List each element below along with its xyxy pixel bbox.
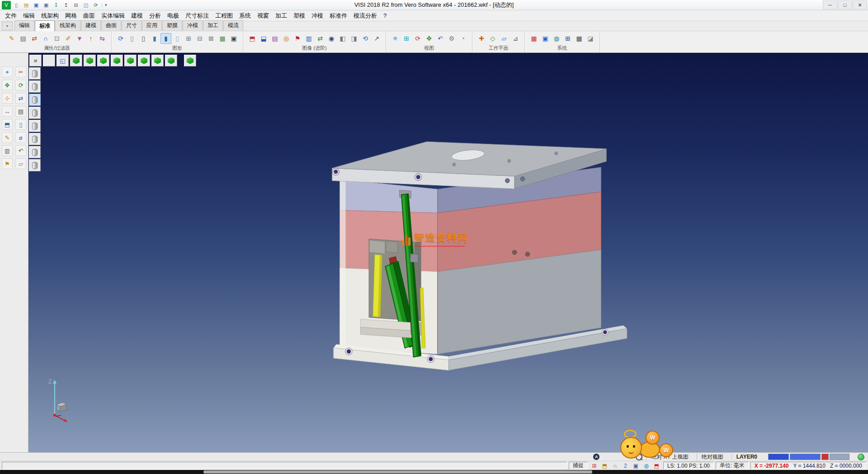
color-palette-icon[interactable]: ▦ — [528, 33, 539, 44]
snap-magnet-icon[interactable]: ∩ — [610, 461, 620, 470]
selection-grid-icon[interactable]: ⊞ — [562, 33, 573, 44]
toolbar-tab[interactable]: 加工 — [203, 20, 223, 31]
system-monitor-icon[interactable]: ▣ — [540, 33, 551, 44]
view-style-hidden-line[interactable] — [29, 81, 41, 93]
save-file-icon[interactable]: ▣ — [32, 1, 41, 9]
toolbar-tab[interactable]: 线架构 — [55, 20, 80, 31]
modify-attributes-icon[interactable]: ✎ — [6, 33, 17, 44]
menu-item[interactable]: 网格 — [62, 10, 80, 21]
dynamic-rotate-icon[interactable]: ⟳ — [412, 33, 423, 44]
ortho-toggle-icon[interactable]: ⬒ — [600, 461, 609, 470]
transparent-view-icon[interactable]: ▯ — [172, 33, 183, 44]
image-target-icon[interactable]: ◎ — [281, 33, 292, 44]
chain-select-icon[interactable]: ⊡ — [52, 33, 62, 44]
globe-settings-icon[interactable]: ◍ — [551, 33, 562, 44]
menu-item[interactable]: ? — [380, 11, 390, 20]
top-view-icon[interactable] — [111, 55, 123, 66]
image-swap-icon[interactable]: ⇄ — [315, 33, 326, 44]
scrollbar-thumb[interactable] — [203, 470, 592, 474]
menu-item[interactable]: 建模 — [128, 10, 146, 21]
menu-item[interactable]: 视窗 — [254, 10, 272, 21]
menu-item[interactable]: 线架构 — [38, 10, 62, 21]
left-view-icon[interactable] — [138, 55, 150, 66]
open-file-icon[interactable]: ▤ — [22, 1, 31, 9]
checker-toggle-icon[interactable]: ▩ — [574, 33, 585, 44]
message-field[interactable] — [2, 462, 567, 469]
toolbar-tab[interactable]: 塑膜 — [162, 20, 182, 31]
hidden-line-view-icon[interactable]: ▯ — [138, 33, 149, 44]
flag-tool-icon[interactable]: ⚑ — [2, 158, 13, 169]
close-button[interactable]: ✕ — [853, 0, 867, 9]
menu-item[interactable]: 文件 — [2, 10, 20, 21]
regen-icon[interactable]: ⟳ — [115, 33, 126, 44]
view-mode-label[interactable]: 绝对视图 — [697, 453, 728, 461]
save-as-icon[interactable]: ▣ — [42, 1, 51, 9]
view-settings-icon[interactable]: ⚙ — [446, 33, 457, 44]
menu-item[interactable]: 编辑 — [20, 10, 38, 21]
refresh-icon[interactable]: ⟳ — [91, 1, 100, 9]
measure-icon[interactable]: ⌀ — [15, 132, 26, 143]
attribute-swap-icon[interactable]: ⇄ — [29, 33, 40, 44]
mirror-icon[interactable]: ⇄ — [15, 93, 26, 104]
redraw-icon[interactable]: ◔ — [458, 33, 468, 44]
filter-up-icon[interactable]: ↑ — [85, 33, 96, 44]
texture-grid-icon[interactable]: ▦ — [217, 33, 228, 44]
graphics-chip-icon[interactable]: ▣ — [228, 33, 239, 44]
axonometric-view-icon[interactable] — [165, 55, 177, 66]
copy-element-icon[interactable]: ▤ — [15, 106, 26, 117]
capture-window-icon[interactable]: ⬓ — [258, 33, 269, 44]
toolbar-tab[interactable]: 模流 — [223, 20, 243, 31]
iso-view-icon[interactable] — [70, 55, 82, 66]
dynamic-section-icon[interactable]: ⊟ — [194, 33, 205, 44]
tab-dropdown-button[interactable]: ▾ — [2, 22, 13, 30]
clip-plane-icon[interactable]: ⊠ — [206, 33, 217, 44]
sketch-icon[interactable]: ✎ — [2, 132, 13, 143]
minimize-button[interactable]: ─ — [823, 0, 837, 9]
undo-tool-icon[interactable]: ↶ — [15, 145, 26, 156]
new-document-icon[interactable]: ▯ — [12, 1, 21, 9]
layer-indicator[interactable]: LAYER0 — [731, 454, 762, 460]
workplane-edit-icon[interactable]: ▱ — [499, 33, 509, 44]
axes-icon[interactable]: ⊹ — [2, 93, 13, 104]
toolbar-options-chevron[interactable]: ▾ — [102, 3, 110, 7]
pan-view-icon[interactable]: ✥ — [424, 33, 434, 44]
export-icon[interactable]: ↥ — [61, 1, 71, 9]
maximize-button[interactable]: □ — [838, 0, 852, 9]
notes-icon[interactable]: ▱ — [15, 158, 26, 169]
toolbar-tab[interactable]: 标准 — [35, 20, 55, 31]
previous-view-icon[interactable]: ↶ — [435, 33, 446, 44]
shade-ramp-icon[interactable]: ◪ — [585, 33, 596, 44]
menu-item[interactable]: 冲模 — [308, 10, 326, 21]
view-style-shaded[interactable] — [29, 94, 41, 106]
toolbar-tab[interactable]: 建模 — [81, 20, 101, 31]
workplane-align-icon[interactable]: ◇ — [487, 33, 498, 44]
image-grid-icon[interactable]: ▥ — [303, 33, 314, 44]
view-manager-icon[interactable]: ◱ — [57, 55, 69, 66]
menu-item[interactable]: 电极 — [164, 10, 182, 21]
assistant-badge[interactable]: A — [593, 454, 599, 460]
workplane-compass-icon[interactable]: ✚ — [476, 33, 487, 44]
workplane-reset-icon[interactable]: ⊿ — [510, 33, 521, 44]
zoom-window-icon[interactable]: ⊞ — [401, 33, 412, 44]
viewport-3d[interactable]: ≡◱ — [28, 53, 868, 452]
visi-logo-icon[interactable]: V — [2, 1, 11, 9]
filter-elements-icon[interactable]: ▼ — [74, 33, 85, 44]
toolbar-tab[interactable]: 应用 — [142, 20, 162, 31]
image-rotate-icon[interactable]: ⟲ — [360, 33, 371, 44]
menu-item[interactable]: 尺寸标注 — [182, 10, 212, 21]
wireframe-view-icon[interactable]: ▯ — [127, 33, 137, 44]
front-view-icon[interactable] — [84, 55, 96, 66]
view-list-icon[interactable]: ≡ — [29, 55, 42, 66]
menu-item[interactable]: 系统 — [236, 10, 254, 21]
menu-item[interactable]: 曲面 — [80, 10, 98, 21]
layer-number-icon[interactable]: 2 — [621, 461, 630, 470]
shaded-view-icon[interactable]: ▮ — [149, 33, 160, 44]
view-style-render[interactable] — [29, 146, 41, 158]
menu-item[interactable]: 标准件 — [326, 10, 350, 21]
toolbar-tab[interactable]: 冲模 — [183, 20, 203, 31]
toolbar-tab[interactable]: 尺寸 — [122, 20, 142, 31]
view-style-wireframe[interactable] — [29, 67, 41, 80]
menu-item[interactable]: 实体编辑 — [98, 10, 128, 21]
menu-item[interactable]: 分析 — [146, 10, 164, 21]
view-style-transparent[interactable] — [29, 120, 41, 132]
